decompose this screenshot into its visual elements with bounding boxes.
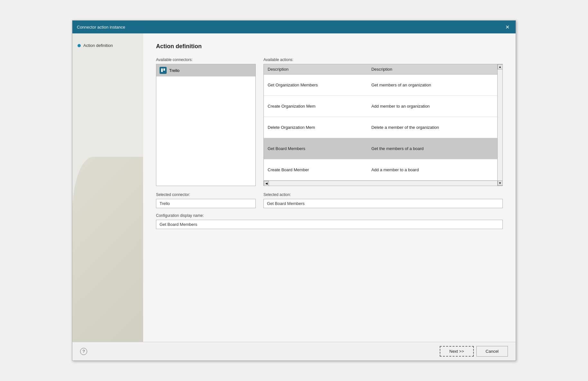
scroll-track xyxy=(498,69,502,181)
selected-action-label: Selected action: xyxy=(263,192,503,197)
sidebar-item-action-definition[interactable]: Action definition xyxy=(78,43,138,48)
selected-connector-input[interactable] xyxy=(156,199,256,208)
dialog-footer: ? Next >> Cancel xyxy=(72,342,516,360)
actions-table-container: Description Description Get Organization… xyxy=(263,64,503,186)
action-name: Get Organization Members xyxy=(264,75,367,96)
vertical-scrollbar[interactable]: ▲ ▼ xyxy=(497,64,502,181)
selected-connector-label: Selected connector: xyxy=(156,192,256,197)
action-name: Get Board Members xyxy=(264,138,367,159)
horizontal-scrollbar[interactable]: ◀ ▶ xyxy=(264,181,502,186)
dialog: Connector action instance ✕ Action defin… xyxy=(72,20,516,361)
section-title: Action definition xyxy=(156,43,503,50)
connectors-column: Available connectors: Trello xyxy=(156,58,256,186)
footer-buttons: Next >> Cancel xyxy=(440,346,508,357)
trello-icon-bar-left xyxy=(161,68,163,72)
selected-action-col: Selected action: xyxy=(263,192,503,208)
title-bar: Connector action instance ✕ xyxy=(72,21,516,33)
actions-column: Available actions: Description Descripti… xyxy=(263,58,503,186)
help-button[interactable]: ? xyxy=(80,348,87,355)
config-name-label: Configuration display name: xyxy=(156,213,503,218)
selected-action-input[interactable] xyxy=(263,199,503,208)
col-header-desc: Description xyxy=(367,64,502,75)
config-name-row: Configuration display name: xyxy=(156,213,503,229)
two-col-top: Available connectors: Trello xyxy=(156,58,503,186)
trello-icon xyxy=(160,67,167,74)
action-desc: Get members of an organization xyxy=(367,75,502,96)
dialog-title: Connector action instance xyxy=(77,25,125,30)
scroll-up-button[interactable]: ▲ xyxy=(498,64,503,69)
bottom-two-col: Selected connector: Selected action: xyxy=(156,192,503,208)
actions-table: Description Description Get Organization… xyxy=(264,64,502,181)
action-desc: Get the members of a board xyxy=(367,138,502,159)
action-desc: Add a member to a board xyxy=(367,159,502,181)
connector-list[interactable]: Trello xyxy=(156,64,256,186)
table-row[interactable]: Create Board Member Add a member to a bo… xyxy=(264,159,502,181)
dialog-body: Action definition Action definition Avai… xyxy=(72,33,516,342)
connector-item-trello[interactable]: Trello xyxy=(156,64,255,76)
col-header-name: Description xyxy=(264,64,367,75)
main-content: Action definition Available connectors: xyxy=(143,33,516,342)
available-connectors-label: Available connectors: xyxy=(156,58,256,62)
bottom-fields: Selected connector: Selected action: Con… xyxy=(156,192,503,229)
horiz-scroll-track xyxy=(269,181,497,186)
selected-connector-col: Selected connector: xyxy=(156,192,256,208)
sidebar-background xyxy=(72,157,143,342)
table-row[interactable]: Get Organization Members Get members of … xyxy=(264,75,502,96)
action-desc: Add member to an organization xyxy=(367,96,502,117)
scroll-left-button[interactable]: ◀ xyxy=(264,181,269,186)
connector-item-name: Trello xyxy=(169,68,179,73)
sidebar: Action definition xyxy=(72,33,143,342)
close-button[interactable]: ✕ xyxy=(503,23,511,31)
sidebar-item-label: Action definition xyxy=(83,43,113,48)
action-name: Create Board Member xyxy=(264,159,367,181)
cancel-button[interactable]: Cancel xyxy=(476,346,508,357)
table-row-selected[interactable]: Get Board Members Get the members of a b… xyxy=(264,138,502,159)
table-row[interactable]: Create Organization Mem Add member to an… xyxy=(264,96,502,117)
sidebar-dot xyxy=(78,44,81,47)
next-button[interactable]: Next >> xyxy=(440,346,474,357)
trello-icon-bar-right xyxy=(163,68,165,71)
trello-icon-inner xyxy=(161,68,165,73)
action-name: Create Organization Mem xyxy=(264,96,367,117)
action-name: Delete Organization Mem xyxy=(264,117,367,138)
available-actions-label: Available actions: xyxy=(263,58,503,62)
table-row[interactable]: Delete Organization Mem Delete a member … xyxy=(264,117,502,138)
config-name-input[interactable] xyxy=(156,220,503,229)
action-desc: Delete a member of the organization xyxy=(367,117,502,138)
